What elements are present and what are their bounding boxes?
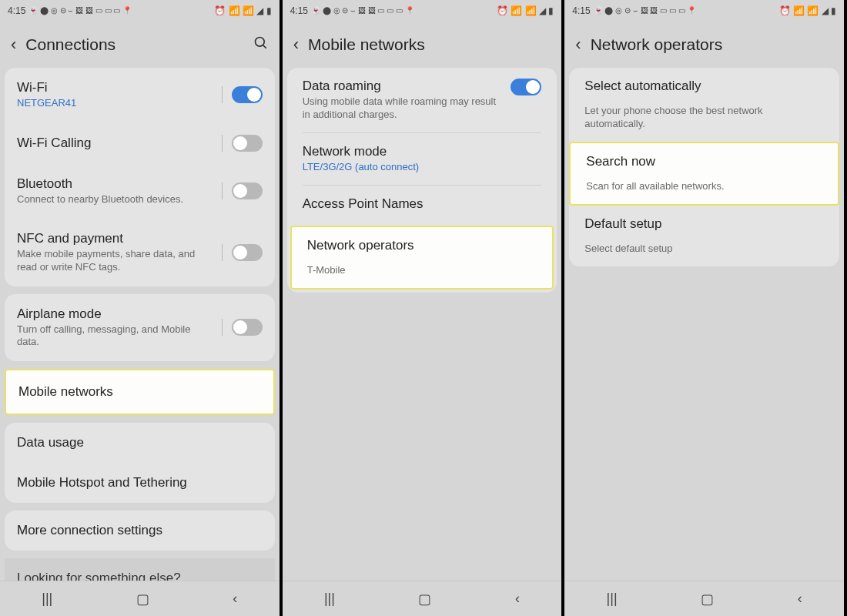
recents-icon[interactable]: ||| (42, 591, 52, 607)
title-bar: ‹ Mobile networks (283, 22, 562, 68)
search-sub: Scan for all available networks. (586, 180, 724, 193)
page-title: Network operators (591, 35, 833, 54)
row-network-mode[interactable]: Network mode LTE/3G/2G (auto connect) (287, 133, 557, 185)
data-usage-title: Data usage (17, 435, 84, 450)
default-title: Default setup (584, 216, 661, 232)
search-icon[interactable] (253, 35, 269, 55)
row-airplane[interactable]: Airplane mode Turn off calling, messagin… (5, 294, 275, 362)
row-search-now[interactable]: Search now Scan for all available networ… (569, 142, 839, 206)
screen-network-operators: 4:15 👻 ⬤ ◎ ⊝ ⌣ 🖼 🖼 ▭ ▭ ▭ 📍 ⏰ 📶 📶 ◢ ▮ ‹ N… (564, 0, 847, 616)
bluetooth-toggle[interactable] (232, 182, 263, 199)
group-data-rows: Data usage Mobile Hotspot and Tethering (5, 423, 275, 503)
group-more: More connection settings (5, 511, 275, 551)
operators-sub: T-Mobile (307, 264, 346, 277)
operators-title: Network operators (307, 238, 414, 253)
content-scroll[interactable]: Select automatically Let your phone choo… (564, 68, 844, 581)
row-bluetooth[interactable]: Bluetooth Connect to nearby Bluetooth de… (5, 164, 275, 219)
status-notif-icons: 👻 ⬤ ◎ ⊝ ⌣ 🖼 🖼 ▭ ▭ ▭ 📍 (28, 6, 132, 15)
default-sub: Select default setup (584, 243, 672, 256)
nfc-sub: Make mobile payments, share data, and re… (17, 248, 214, 274)
looking-title: Looking for something else? (17, 571, 263, 581)
roaming-sub: Using mobile data while roaming may resu… (303, 95, 502, 122)
svg-line-1 (263, 45, 266, 48)
group-airplane: Airplane mode Turn off calling, messagin… (5, 294, 275, 362)
nav-bar: ||| ▢ ‹ (564, 581, 844, 616)
home-icon[interactable]: ▢ (418, 591, 431, 608)
more-settings-title: More connection settings (17, 523, 162, 538)
status-bar: 4:15 👻 ⬤ ◎ ⊝ ⌣ 🖼 🖼 ▭ ▭ ▭ 📍 ⏰ 📶 📶 ◢ ▮ (564, 0, 844, 22)
mobile-networks-title: Mobile networks (18, 384, 113, 400)
back-nav-icon[interactable]: ‹ (515, 591, 520, 607)
row-wifi[interactable]: Wi-Fi NETGEAR41 (5, 68, 275, 122)
wifi-title: Wi-Fi (17, 80, 214, 95)
content-scroll[interactable]: Wi-Fi NETGEAR41 Wi-Fi Calling Bluetooth … (0, 68, 280, 581)
roaming-title: Data roaming (303, 79, 502, 94)
page-title: Connections (25, 35, 243, 54)
content-scroll[interactable]: Data roaming Using mobile data while roa… (283, 68, 562, 581)
status-notif-icons: 👻 ⬤ ◎ ⊝ ⌣ 🖼 🖼 ▭ ▭ ▭ 📍 (311, 6, 414, 15)
mode-sub: LTE/3G/2G (auto connect) (303, 161, 542, 174)
recents-icon[interactable]: ||| (324, 591, 335, 607)
auto-title: Select automatically (584, 79, 701, 94)
svg-point-0 (255, 37, 264, 46)
status-time: 4:15 (8, 5, 25, 16)
row-more-settings[interactable]: More connection settings (5, 511, 275, 551)
row-apn[interactable]: Access Point Names (287, 186, 557, 223)
mode-title: Network mode (303, 144, 542, 159)
nav-bar: ||| ▢ ‹ (0, 581, 280, 616)
row-hotspot[interactable]: Mobile Hotspot and Tethering (5, 463, 275, 503)
row-network-operators[interactable]: Network operators T-Mobile (290, 226, 554, 290)
auto-sub: Let your phone choose the best network a… (584, 105, 824, 131)
back-icon[interactable]: ‹ (11, 35, 16, 55)
status-bar: 4:15 👻 ⬤ ◎ ⊝ ⌣ 🖼 🖼 ▭ ▭ ▭ 📍 ⏰ 📶 📶 ◢ ▮ (0, 0, 280, 22)
nav-bar: ||| ▢ ‹ (283, 581, 562, 616)
settings-list: Select automatically Let your phone choo… (569, 68, 839, 266)
apn-title: Access Point Names (303, 196, 424, 212)
roaming-toggle[interactable] (511, 79, 541, 95)
status-notif-icons: 👻 ⬤ ◎ ⊝ ⌣ 🖼 🖼 ▭ ▭ ▭ 📍 (594, 6, 697, 15)
nfc-title: NFC and payment (17, 231, 214, 246)
row-select-auto[interactable]: Select automatically Let your phone choo… (569, 68, 839, 142)
back-icon[interactable]: ‹ (575, 35, 581, 55)
status-system-icons: ⏰ 📶 📶 ◢ ▮ (497, 5, 554, 16)
bluetooth-sub: Connect to nearby Bluetooth devices. (17, 193, 214, 206)
wifi-calling-toggle[interactable] (232, 135, 263, 152)
back-nav-icon[interactable]: ‹ (233, 591, 237, 607)
airplane-toggle[interactable] (232, 319, 263, 336)
airplane-sub: Turn off calling, messaging, and Mobile … (17, 323, 214, 350)
status-system-icons: ⏰ 📶 📶 ◢ ▮ (214, 5, 271, 16)
status-time: 4:15 (572, 5, 590, 16)
row-data-usage[interactable]: Data usage (5, 423, 275, 463)
airplane-title: Airplane mode (17, 306, 214, 322)
home-icon[interactable]: ▢ (701, 591, 714, 608)
wifi-calling-title: Wi-Fi Calling (17, 136, 214, 151)
row-data-roaming[interactable]: Data roaming Using mobile data while roa… (287, 68, 557, 132)
row-wifi-calling[interactable]: Wi-Fi Calling (5, 122, 275, 164)
hotspot-title: Mobile Hotspot and Tethering (17, 475, 187, 490)
title-bar: ‹ Connections (0, 22, 280, 68)
row-nfc[interactable]: NFC and payment Make mobile payments, sh… (5, 219, 275, 286)
wifi-toggle[interactable] (232, 86, 263, 103)
status-bar: 4:15 👻 ⬤ ◎ ⊝ ⌣ 🖼 🖼 ▭ ▭ ▭ 📍 ⏰ 📶 📶 ◢ ▮ (283, 0, 562, 22)
search-title: Search now (586, 154, 655, 169)
status-time: 4:15 (290, 5, 308, 16)
page-title: Mobile networks (308, 35, 551, 54)
settings-list: Data roaming Using mobile data while roa… (287, 68, 557, 293)
nfc-toggle[interactable] (232, 244, 263, 261)
back-nav-icon[interactable]: ‹ (798, 591, 802, 607)
recents-icon[interactable]: ||| (607, 591, 618, 607)
group-mobile-networks[interactable]: Mobile networks (5, 369, 275, 415)
screen-connections: 4:15 👻 ⬤ ◎ ⊝ ⌣ 🖼 🖼 ▭ ▭ ▭ 📍 ⏰ 📶 📶 ◢ ▮ ‹ C… (0, 0, 283, 616)
back-icon[interactable]: ‹ (293, 35, 299, 55)
title-bar: ‹ Network operators (564, 22, 844, 68)
home-icon[interactable]: ▢ (136, 591, 149, 608)
group-wireless: Wi-Fi NETGEAR41 Wi-Fi Calling Bluetooth … (5, 68, 275, 286)
status-system-icons: ⏰ 📶 📶 ◢ ▮ (779, 5, 836, 16)
screen-mobile-networks: 4:15 👻 ⬤ ◎ ⊝ ⌣ 🖼 🖼 ▭ ▭ ▭ 📍 ⏰ 📶 📶 ◢ ▮ ‹ M… (283, 0, 565, 616)
bluetooth-title: Bluetooth (17, 176, 214, 192)
wifi-network: NETGEAR41 (17, 97, 214, 110)
looking-section: Looking for something else? Samsung Clou… (5, 558, 275, 581)
row-default-setup[interactable]: Default setup Select default setup (569, 206, 839, 266)
